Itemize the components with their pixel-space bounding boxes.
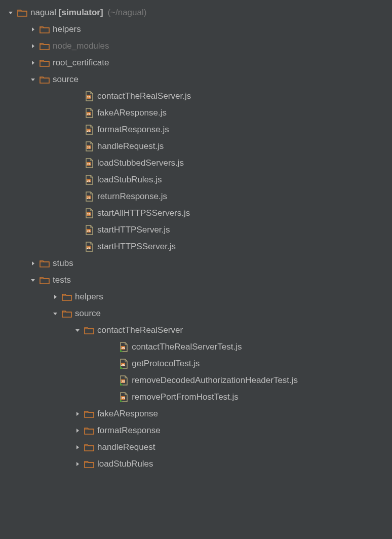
tree-item-tests[interactable]: tests	[0, 272, 392, 288]
tree-item-test-file[interactable]: JSremoveDecodedAuthorizationHeaderTest.j…	[0, 372, 392, 389]
chevron-down-icon[interactable]	[74, 327, 81, 334]
chevron-right-icon[interactable]	[52, 293, 59, 300]
tree-item-source-file[interactable]: JSstartAllHTTPSServers.js	[0, 205, 392, 221]
svg-text:JS: JS	[87, 196, 90, 199]
svg-text:JS: JS	[87, 162, 90, 165]
tree-item-source-file[interactable]: JSstartHTTPSServer.js	[0, 238, 392, 255]
svg-text:JS: JS	[87, 212, 90, 215]
svg-text:JS: JS	[122, 379, 125, 382]
folder-icon	[84, 442, 94, 452]
folder-label: formatResponse	[97, 426, 161, 436]
js-file-icon: JS	[84, 125, 94, 135]
tree-item-stubs[interactable]: stubs	[0, 255, 392, 272]
folder-label: stubs	[53, 258, 73, 268]
folder-label: node_modules	[53, 41, 109, 51]
svg-text:JS: JS	[87, 129, 90, 132]
tree-item-helpers[interactable]: helpers	[0, 21, 392, 37]
tree-item-source-file[interactable]: JSfakeAResponse.js	[0, 104, 392, 121]
folder-label: handleRequest	[97, 442, 155, 452]
tree-item-tests-helpers[interactable]: helpers	[0, 288, 392, 305]
tree-item-tests-fake[interactable]: fakeAResponse	[0, 405, 392, 422]
tree-item-tests-format[interactable]: formatResponse	[0, 422, 392, 439]
project-tree[interactable]: nagual [simulator] (~/nagual)helpersnode…	[0, 4, 392, 472]
tree-item-test-file[interactable]: JScontactTheRealServerTest.js	[0, 338, 392, 355]
tree-item-source-file[interactable]: JSreturnResponse.js	[0, 188, 392, 205]
folder-icon	[40, 275, 50, 285]
folder-icon	[84, 325, 94, 335]
tree-item-tests-handle[interactable]: handleRequest	[0, 439, 392, 455]
chevron-right-icon[interactable]	[74, 410, 81, 417]
folder-icon	[40, 258, 50, 268]
folder-label: fakeAResponse	[97, 409, 158, 419]
chevron-right-icon[interactable]	[29, 260, 36, 267]
folder-label: helpers	[75, 292, 103, 302]
js-file-icon: JS	[84, 108, 94, 118]
folder-label: contactTheRealServer	[97, 325, 183, 335]
folder-label: loadStubRules	[97, 459, 153, 469]
folder-icon	[84, 459, 94, 469]
tree-item-source-file[interactable]: JSloadStubbedServers.js	[0, 155, 392, 171]
svg-text:JS: JS	[87, 179, 90, 182]
file-label: startAllHTTPSServers.js	[97, 208, 190, 218]
svg-text:JS: JS	[87, 95, 90, 98]
file-label: contactTheRealServerTest.js	[132, 342, 242, 352]
chevron-right-icon[interactable]	[29, 43, 36, 50]
js-file-icon: JS	[84, 208, 94, 218]
chevron-right-icon[interactable]	[29, 26, 36, 33]
file-label: handleRequest.js	[97, 141, 164, 151]
chevron-down-icon[interactable]	[52, 310, 59, 317]
svg-text:JS: JS	[122, 346, 125, 349]
tree-item-test-file[interactable]: JSremovePortFromHostTest.js	[0, 389, 392, 405]
svg-text:JS: JS	[87, 145, 90, 148]
js-file-icon: JS	[84, 242, 94, 252]
folder-icon	[40, 58, 50, 68]
js-file-icon: JS	[84, 225, 94, 235]
folder-icon	[84, 426, 94, 436]
folder-label: helpers	[53, 24, 81, 34]
chevron-down-icon[interactable]	[7, 9, 14, 16]
tree-item-source-file[interactable]: JSstartHTTPServer.js	[0, 221, 392, 238]
js-file-icon: JS	[119, 375, 129, 386]
folder-icon	[40, 24, 50, 34]
svg-text:JS: JS	[87, 246, 90, 249]
tree-item-tests-source[interactable]: source	[0, 305, 392, 322]
file-label: fakeAResponse.js	[97, 108, 167, 118]
file-label: loadStubbedServers.js	[97, 158, 184, 168]
file-label: getProtocolTest.js	[132, 359, 200, 369]
folder-icon	[17, 8, 27, 18]
chevron-right-icon[interactable]	[74, 444, 81, 451]
folder-label: source	[75, 309, 101, 319]
chevron-right-icon[interactable]	[74, 427, 81, 434]
file-label: loadStubRules.js	[97, 175, 162, 185]
js-file-icon: JS	[84, 191, 94, 202]
folder-icon	[62, 309, 72, 319]
tree-item-root-certificate[interactable]: root_certificate	[0, 54, 392, 71]
tree-item-test-file[interactable]: JSgetProtocolTest.js	[0, 355, 392, 372]
chevron-right-icon[interactable]	[29, 59, 36, 66]
folder-label: root_certificate	[53, 58, 109, 68]
svg-text:JS: JS	[87, 229, 90, 232]
tree-item-source-file[interactable]: JShandleRequest.js	[0, 138, 392, 155]
folder-icon	[84, 409, 94, 419]
tree-item-source-file[interactable]: JScontactTheRealServer.js	[0, 88, 392, 104]
folder-label: source	[53, 74, 79, 85]
project-root-name: nagual [simulator] (~/nagual)	[30, 8, 146, 18]
tree-item-node-modules[interactable]: node_modules	[0, 37, 392, 54]
svg-text:JS: JS	[122, 396, 125, 399]
svg-text:JS: JS	[87, 112, 90, 115]
tree-item-root[interactable]: nagual [simulator] (~/nagual)	[0, 4, 392, 21]
js-file-icon: JS	[84, 91, 94, 101]
js-file-icon: JS	[119, 392, 129, 402]
chevron-down-icon[interactable]	[29, 277, 36, 284]
tree-item-source[interactable]: source	[0, 71, 392, 88]
tree-item-source-file[interactable]: JSloadStubRules.js	[0, 171, 392, 188]
tree-item-tests-contact[interactable]: contactTheRealServer	[0, 322, 392, 338]
tree-item-tests-loadstub[interactable]: loadStubRules	[0, 455, 392, 472]
chevron-down-icon[interactable]	[29, 76, 36, 83]
svg-text:JS: JS	[122, 363, 125, 366]
tree-item-source-file[interactable]: JSformatResponse.js	[0, 121, 392, 138]
js-file-icon: JS	[119, 342, 129, 352]
chevron-right-icon[interactable]	[74, 460, 81, 468]
js-file-icon: JS	[119, 359, 129, 369]
file-label: removePortFromHostTest.js	[132, 392, 239, 402]
